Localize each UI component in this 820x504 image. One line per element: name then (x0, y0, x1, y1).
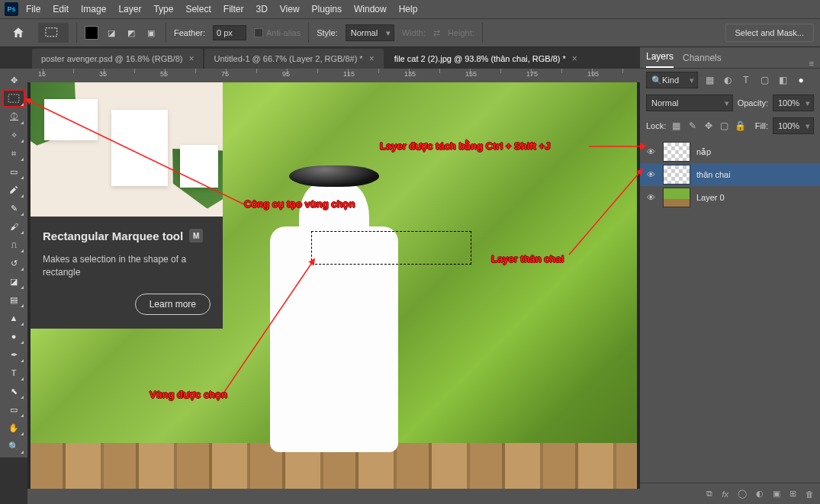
filter-toggle-icon[interactable]: ● (794, 73, 808, 87)
fx-icon[interactable]: fx (722, 490, 728, 499)
hand-tool-icon[interactable]: ✋ (3, 419, 24, 436)
blend-mode-select[interactable]: Normal (646, 95, 733, 111)
layer-name[interactable]: thân chai (696, 170, 731, 179)
move-tool-icon[interactable]: ✥ (3, 72, 24, 88)
menu-edit[interactable]: Edit (48, 4, 73, 14)
visibility-icon[interactable]: 👁 (645, 170, 657, 179)
crop-tool-icon[interactable]: ⌗ (3, 145, 24, 162)
layer-name[interactable]: nắp (696, 147, 711, 157)
eraser-tool-icon[interactable]: ◪ (3, 273, 24, 290)
visibility-icon[interactable]: 👁 (645, 147, 657, 156)
mode-add-icon[interactable]: ◪ (105, 26, 118, 40)
gradient-tool-icon[interactable]: ▤ (3, 291, 24, 308)
link-layers-icon[interactable]: ⧉ (706, 489, 712, 499)
feather-label: Feather: (174, 28, 205, 37)
menu-help[interactable]: Help (394, 4, 423, 14)
doc-tab-0[interactable]: poster avenger.psd @ 16.8% (RGB/8)× (32, 49, 203, 69)
menu-plugins[interactable]: Plugins (307, 4, 346, 14)
menu-select[interactable]: Select (181, 4, 215, 14)
eyedropper-icon[interactable] (3, 181, 24, 198)
doc-tab-2[interactable]: file cat 2 (2).jpg @ 93.8% (thân chai, R… (385, 49, 587, 69)
zoom-tool-icon[interactable]: 🔍 (3, 438, 24, 454)
feather-input[interactable] (213, 25, 246, 40)
antialias-label: Anti-alias (266, 28, 301, 37)
tool-preset[interactable] (38, 23, 69, 43)
filter-smart-icon[interactable]: ◧ (776, 73, 789, 87)
filter-pixel-icon[interactable]: ▦ (703, 73, 716, 87)
tab-channels[interactable]: Channels (683, 53, 722, 68)
close-icon[interactable]: × (188, 53, 194, 64)
type-tool-icon[interactable]: T (3, 364, 24, 381)
filter-adjust-icon[interactable]: ◐ (721, 73, 735, 87)
height-label: Height: (448, 28, 474, 37)
learn-more-button[interactable]: Learn more (135, 294, 211, 315)
mask-icon[interactable]: ◯ (738, 489, 747, 499)
dodge-tool-icon[interactable]: ● (3, 328, 24, 345)
spot-heal-icon[interactable]: ✎ (3, 200, 24, 217)
opacity-select[interactable]: 100% (773, 95, 814, 111)
layer-thumb[interactable] (663, 165, 690, 185)
lock-artboard-icon[interactable]: ▢ (719, 119, 730, 133)
magic-wand-icon[interactable]: ✧ (3, 127, 24, 143)
layer-thumb[interactable] (663, 142, 690, 162)
opacity-label: Opacity: (738, 98, 768, 108)
new-layer-icon[interactable]: ⊞ (789, 489, 796, 499)
panel-menu-icon[interactable]: ≡ (809, 59, 814, 68)
fill-select[interactable]: 100% (773, 117, 814, 134)
home-button[interactable] (6, 23, 31, 43)
layer-row[interactable]: 👁 nắp (640, 140, 820, 163)
lock-all-icon[interactable]: 🔒 (735, 119, 746, 133)
marquee-selection (311, 231, 471, 265)
path-select-icon[interactable]: ⬉ (3, 383, 24, 400)
filter-kind-select[interactable]: 🔍 Kind (646, 72, 698, 88)
select-and-mask-button[interactable]: Select and Mask... (725, 24, 815, 42)
filter-type-icon[interactable]: T (739, 73, 753, 87)
swap-icon: ⇄ (433, 28, 440, 38)
blur-tool-icon[interactable]: ▲ (3, 310, 24, 326)
mode-subtract-icon[interactable]: ◩ (124, 26, 138, 40)
annotation-layer-body: Layer thân chai (491, 253, 564, 265)
ruler-horizontal: 1535557595115135155175195 (27, 69, 640, 82)
shape-tool-icon[interactable]: ▭ (3, 401, 24, 418)
tool-tooltip: Rectangular Marquee toolM Makes a select… (31, 82, 223, 329)
menu-3d[interactable]: 3D (251, 4, 272, 14)
visibility-icon[interactable]: 👁 (645, 193, 657, 202)
menu-type[interactable]: Type (149, 4, 178, 14)
frame-tool-icon[interactable]: ▭ (3, 163, 24, 180)
menu-window[interactable]: Window (349, 4, 391, 14)
lock-paint-icon[interactable]: ✎ (687, 119, 698, 133)
style-select[interactable]: Normal (346, 24, 394, 41)
tab-layers[interactable]: Layers (646, 51, 674, 68)
lock-position-icon[interactable]: ✥ (703, 119, 714, 133)
group-icon[interactable]: ▣ (773, 489, 780, 499)
mode-intersect-icon[interactable]: ▣ (144, 26, 158, 40)
marquee-tool-icon[interactable] (3, 90, 24, 107)
layer-name[interactable]: Layer 0 (696, 193, 725, 202)
history-brush-icon[interactable]: ↺ (3, 255, 24, 271)
menu-image[interactable]: Image (76, 4, 111, 14)
pen-tool-icon[interactable]: ✒ (3, 346, 24, 363)
antialias-checkbox (254, 28, 263, 37)
filter-shape-icon[interactable]: ▢ (757, 73, 771, 87)
close-icon[interactable]: × (369, 53, 375, 64)
close-icon[interactable]: × (572, 53, 577, 64)
menu-view[interactable]: View (275, 4, 304, 14)
layer-row[interactable]: 👁 Layer 0 (640, 186, 820, 209)
mode-new-icon[interactable] (85, 26, 98, 40)
menu-file[interactable]: File (21, 4, 45, 14)
layers-footer: ⧉ fx ◯ ◐ ▣ ⊞ 🗑 (640, 483, 820, 504)
clone-stamp-icon[interactable]: ⎍ (3, 236, 24, 253)
lasso-tool-icon[interactable]: ⏂ (3, 108, 24, 125)
menu-filter[interactable]: Filter (219, 4, 249, 14)
doc-tab-1[interactable]: Untitled-1 @ 66.7% (Layer 2, RGB/8#) *× (204, 49, 383, 69)
svg-rect-0 (46, 28, 57, 37)
delete-layer-icon[interactable]: 🗑 (806, 490, 814, 499)
adjust-layer-icon[interactable]: ◐ (756, 489, 764, 499)
layer-thumb[interactable] (663, 188, 690, 207)
tool-bar: ✥ ⏂ ✧ ⌗ ▭ ✎ 🖌 ⎍ ↺ ◪ ▤ ▲ ● ✒ T ⬉ ▭ ✋ 🔍 (0, 69, 27, 457)
menu-layer[interactable]: Layer (114, 4, 146, 14)
width-label: Width: (402, 28, 426, 37)
layer-row[interactable]: 👁 thân chai (640, 163, 820, 186)
brush-tool-icon[interactable]: 🖌 (3, 218, 24, 235)
lock-pixels-icon[interactable]: ▦ (670, 119, 682, 133)
